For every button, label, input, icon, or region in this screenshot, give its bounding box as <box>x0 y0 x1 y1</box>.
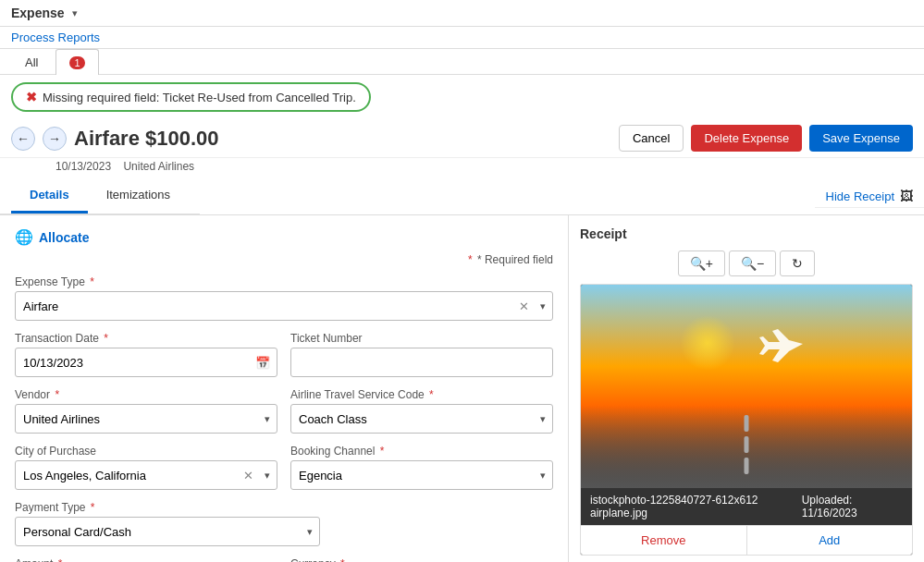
tab-all[interactable]: All <box>11 49 52 75</box>
transaction-date-wrapper: 📅 <box>15 348 277 377</box>
vendor-wrapper: United Airlines ▾ <box>15 404 277 434</box>
form-panel: 🌐 Allocate * * Required field Expense Ty… <box>0 215 569 562</box>
hide-receipt-area: Hide Receipt 🖼 <box>815 185 924 208</box>
required-note: * * Required field <box>15 253 553 266</box>
amount-currency-row: Amount * Currency * ✕ ▾ <box>15 557 553 562</box>
app-title: Expense <box>11 6 65 20</box>
expense-type-group: Expense Type * ✕ ▾ <box>15 275 553 321</box>
currency-group: Currency * ✕ ▾ <box>290 557 553 562</box>
airline-service-label: Airline Travel Service Code * <box>290 388 553 401</box>
error-banner: ✖ Missing required field: Ticket Re-Used… <box>0 75 924 119</box>
ticket-number-input[interactable] <box>290 348 553 377</box>
prev-expense-button[interactable]: ← <box>11 127 35 151</box>
receipt-panel: Receipt 🔍+ 🔍− ↻ ist <box>569 215 924 562</box>
process-reports-bar: Process Reports <box>0 27 924 49</box>
payment-type-select[interactable]: Personal Card/Cash <box>15 517 320 546</box>
receipt-filename: istockphoto-1225840727-612x612 airplane.… <box>590 494 802 519</box>
remove-receipt-button[interactable]: Remove <box>581 526 747 555</box>
city-input[interactable] <box>15 460 277 490</box>
save-expense-button[interactable]: Save Expense <box>809 125 913 152</box>
process-reports-link[interactable]: Process Reports <box>11 31 100 44</box>
top-bar: Expense ▾ <box>0 0 924 27</box>
city-dropdown-button[interactable]: ▾ <box>265 470 270 482</box>
vendor-airline-row: Vendor * United Airlines ▾ Airline Trave… <box>15 388 553 434</box>
receipt-image-container: istockphoto-1225840727-612x612 airplane.… <box>580 284 913 556</box>
expense-vendor: United Airlines <box>123 160 194 173</box>
expense-type-label: Expense Type * <box>15 275 553 288</box>
amount-label: Amount * <box>15 557 277 562</box>
error-box: ✖ Missing required field: Ticket Re-Used… <box>11 82 371 112</box>
booking-channel-select[interactable]: Egencia <box>290 460 553 490</box>
allocate-header: 🌐 Allocate <box>15 228 553 246</box>
currency-label: Currency * <box>290 557 553 562</box>
content-tabs: Details Itemizations <box>0 178 200 214</box>
expense-header: ← → Airfare $100.00 Cancel Delete Expens… <box>0 119 924 158</box>
vendor-group: Vendor * United Airlines ▾ <box>15 388 277 434</box>
error-icon: ✖ <box>26 90 37 104</box>
cancel-button[interactable]: Cancel <box>619 125 684 152</box>
delete-expense-button[interactable]: Delete Expense <box>691 125 802 152</box>
city-clear-button[interactable]: ✕ <box>243 469 253 483</box>
city-wrapper: ✕ ▾ <box>15 460 277 490</box>
tab-details[interactable]: Details <box>11 178 88 214</box>
receipt-meta: istockphoto-1225840727-612x612 airplane.… <box>581 488 912 525</box>
expense-header-left: ← → Airfare $100.00 <box>11 127 219 151</box>
error-message: Missing required field: Ticket Re-Used f… <box>43 91 356 104</box>
vendor-select[interactable]: United Airlines <box>15 404 277 434</box>
city-booking-row: City of Purchase ✕ ▾ Booking Channel * E… <box>15 445 553 490</box>
city-group: City of Purchase ✕ ▾ <box>15 445 277 490</box>
left-arrow-icon: ← <box>17 131 30 146</box>
transaction-date-input[interactable] <box>15 348 277 377</box>
expense-date: 10/13/2023 <box>55 160 111 173</box>
expense-meta: 10/13/2023 United Airlines <box>0 158 924 178</box>
airline-service-wrapper: Coach Class ▾ <box>290 404 553 434</box>
right-arrow-icon: → <box>48 131 61 146</box>
receipt-image <box>581 285 912 488</box>
receipt-title: Receipt <box>580 226 913 241</box>
transaction-date-label: Transaction Date * <box>15 332 277 345</box>
airline-service-select[interactable]: Coach Class <box>290 404 553 434</box>
globe-icon: 🌐 <box>15 228 33 246</box>
date-ticket-row: Transaction Date * 📅 Ticket Number <box>15 332 553 377</box>
booking-channel-label: Booking Channel * <box>290 445 553 458</box>
expense-type-dropdown-button[interactable]: ▾ <box>540 300 546 312</box>
allocate-label: Allocate <box>39 230 89 245</box>
receipt-icon: 🖼 <box>900 189 913 203</box>
receipt-actions: Remove Add <box>581 525 912 555</box>
tab-itemizations[interactable]: Itemizations <box>88 178 189 214</box>
main-content: 🌐 Allocate * * Required field Expense Ty… <box>0 215 924 562</box>
title-chevron: ▾ <box>72 7 78 19</box>
zoom-in-button[interactable]: 🔍+ <box>678 250 725 276</box>
tab-1[interactable]: 1 <box>55 49 98 75</box>
expense-type-clear-button[interactable]: ✕ <box>519 299 529 313</box>
transaction-date-group: Transaction Date * 📅 <box>15 332 277 377</box>
add-receipt-button[interactable]: Add <box>747 526 913 555</box>
payment-type-group: Payment Type * Personal Card/Cash ▾ <box>15 501 553 546</box>
zoom-out-button[interactable]: 🔍− <box>729 250 776 276</box>
expense-type-wrapper: ✕ ▾ <box>15 291 553 321</box>
ticket-number-label: Ticket Number <box>290 332 553 345</box>
header-actions: Cancel Delete Expense Save Expense <box>619 125 913 152</box>
vendor-label: Vendor * <box>15 388 277 401</box>
airplane-icon <box>752 327 807 364</box>
expense-type-input[interactable] <box>15 291 553 321</box>
airline-service-group: Airline Travel Service Code * Coach Clas… <box>290 388 553 434</box>
tab-bar: All 1 <box>0 49 924 75</box>
receipt-toolbar: 🔍+ 🔍− ↻ <box>580 250 913 276</box>
city-label: City of Purchase <box>15 445 277 458</box>
amount-group: Amount * <box>15 557 277 562</box>
receipt-upload-date: Uploaded: 11/16/2023 <box>802 494 903 519</box>
booking-channel-wrapper: Egencia ▾ <box>290 460 553 490</box>
booking-channel-group: Booking Channel * Egencia ▾ <box>290 445 553 490</box>
next-expense-button[interactable]: → <box>43 127 67 151</box>
refresh-button[interactable]: ↻ <box>780 250 815 276</box>
expense-title: Airfare $100.00 <box>74 127 219 151</box>
payment-type-wrapper: Personal Card/Cash ▾ <box>15 517 320 546</box>
ticket-number-group: Ticket Number <box>290 332 553 377</box>
hide-receipt-link[interactable]: Hide Receipt <box>826 189 894 203</box>
payment-type-label: Payment Type * <box>15 501 553 514</box>
